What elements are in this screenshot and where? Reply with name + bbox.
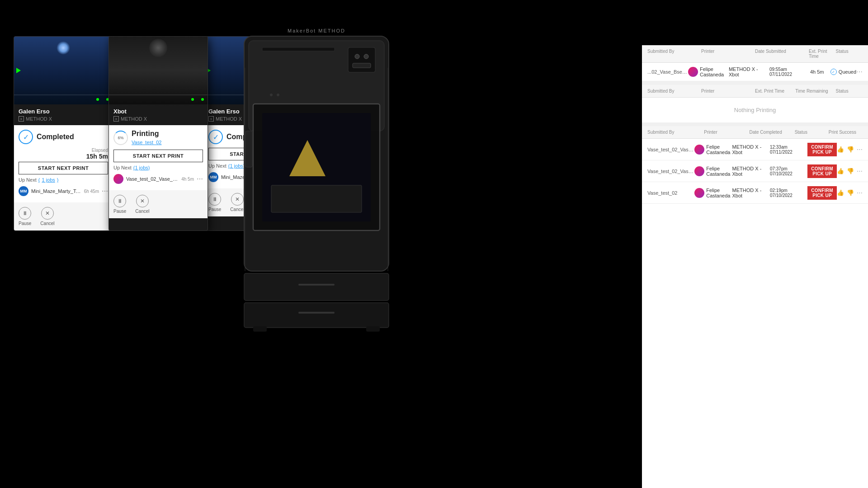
confirm-pickup-btn-2[interactable]: CONFIRM PICK UP	[807, 164, 837, 178]
cancel-label-1: Cancel	[40, 221, 54, 226]
th-print-success: Print Success	[829, 130, 863, 135]
svg-rect-13	[244, 303, 389, 328]
start-next-btn-2[interactable]: START NEXT PRINT	[113, 150, 203, 162]
dots-icon-2[interactable]: ⋯	[857, 168, 863, 174]
th-status-completed: Status	[795, 130, 829, 135]
queue-row-menu[interactable]: ⋯	[856, 68, 863, 76]
up-next-label-2: Up Next	[113, 165, 132, 170]
svg-rect-19	[262, 47, 335, 51]
thumbs-up-icon-3[interactable]: 👍	[837, 189, 844, 196]
completed-date-2: 07:37pm 07/10/2022	[770, 166, 807, 176]
up-next-label-3: Up Next	[208, 163, 226, 169]
elapsed-label-1: Elapsed	[86, 148, 108, 153]
th-status-printing: Status	[836, 89, 863, 94]
queue-dots-2-1[interactable]: ⋯	[197, 175, 203, 183]
right-panel-top-black	[642, 0, 868, 45]
completed-status-1[interactable]: CONFIRM PICK UP	[807, 142, 837, 156]
status-dot-4	[201, 98, 204, 101]
svg-point-10	[364, 54, 368, 59]
completed-actions-1: 👍 👎 ⋯	[837, 146, 863, 153]
thumbs-down-icon-1[interactable]: 👎	[847, 146, 854, 153]
completed-printer-1: METHOD X - Xbot	[732, 144, 770, 155]
queue-submitted-name: Felipe Castaneda	[700, 66, 729, 77]
th-time-remaining: Time Remaining	[795, 89, 835, 94]
pause-btn-3[interactable]: ⏸ Pause	[208, 193, 221, 212]
completed-by-name-3: Felipe Castaneda	[706, 188, 732, 198]
right-panel: Submitted By Printer Date Submitted Ext.…	[642, 0, 868, 488]
completed-row-1: Vase_test_02_Vase_Bse_Vase_Top Felipe Ca…	[642, 139, 868, 160]
card-header-1: Galen Erso X METHOD X	[14, 104, 113, 125]
queue-submitted-by-col: Felipe Castaneda	[688, 66, 729, 77]
bottom-black-bar	[0, 434, 371, 488]
th-printer-printing: Printer	[701, 89, 755, 94]
queued-badge: ✓ Queued	[830, 69, 856, 75]
completed-status-2[interactable]: CONFIRM PICK UP	[807, 164, 837, 178]
dots-icon-1[interactable]: ⋯	[857, 146, 863, 153]
cancel-icon-2: ✕	[136, 195, 149, 207]
cancel-btn-1[interactable]: ✕ Cancel	[40, 207, 54, 226]
queue-dots-1-1[interactable]: ⋯	[102, 188, 108, 195]
status-row-1: ✓ Completed	[19, 130, 108, 144]
up-next-count-2[interactable]: (1 jobs)	[133, 165, 150, 170]
queue-avatar-img-1	[688, 67, 698, 77]
completed-date-text-2: 07:37pm 07/10/2022	[770, 166, 807, 176]
queue-avatar-3-1: MM	[208, 172, 218, 182]
svg-text:MakerBot METHOD: MakerBot METHOD	[288, 28, 345, 33]
card-controls-1: ⏸ Pause ✕ Cancel	[14, 202, 113, 230]
completed-date-text-3: 02:19pm 07/10/2022	[770, 188, 807, 198]
th-submitted-by-queue: Submitted By	[647, 49, 701, 59]
confirm-pickup-btn-1[interactable]: CONFIRM PICK UP	[807, 143, 837, 156]
up-next-link-1[interactable]: (	[38, 177, 40, 183]
thumbs-up-icon-1[interactable]: 👍	[837, 146, 844, 153]
pause-btn-1[interactable]: ⏸ Pause	[19, 207, 31, 226]
completed-printer-3: METHOD X - Xbot	[732, 188, 770, 198]
queue-ext-print-col: 4h 5m	[810, 69, 830, 75]
svg-point-21	[277, 94, 279, 96]
pause-icon-2: ⏸	[113, 195, 126, 207]
up-next-count-1[interactable]: 1 jobs	[42, 177, 55, 183]
completed-job-1: Vase_test_02_Vase_Bse_Vase_Top	[647, 147, 694, 152]
printer-card-1: Galen Erso X METHOD X ✓ Completed Elapse…	[14, 36, 113, 231]
up-next-row-2: Up Next (1 jobs)	[113, 165, 203, 170]
pause-btn-2[interactable]: ⏸ Pause	[113, 195, 126, 214]
queue-row-dots[interactable]: ⋯	[856, 68, 863, 75]
completed-by-2: Felipe Castaneda	[694, 166, 732, 177]
camera-arrow-1	[16, 68, 21, 73]
svg-point-20	[270, 94, 273, 96]
elapsed-section-1: Elapsed 15h 5m	[19, 148, 108, 160]
queue-status-col: ✓ Queued	[830, 69, 856, 75]
up-next-label-1: Up Next	[19, 177, 37, 183]
nothing-printing-msg: Nothing Printing	[642, 98, 868, 122]
method-icon-3: X	[208, 116, 214, 122]
thumbs-down-icon-3[interactable]: 👎	[847, 189, 854, 196]
queue-header-row: Submitted By Printer Date Submitted Ext.…	[642, 45, 868, 63]
pause-icon-1: ⏸	[19, 207, 31, 220]
svg-rect-8	[348, 47, 375, 72]
queue-printer-col: METHOD X - Xbot	[729, 66, 769, 77]
svg-rect-14	[298, 284, 335, 286]
card-user-name-2: Xbot	[113, 108, 203, 115]
completed-row-2: Vase_test_02_Vase_Bse Felipe Castaneda M…	[642, 160, 868, 182]
completed-by-name-1: Felipe Castaneda	[706, 144, 732, 155]
th-submitted-by-completed: Submitted By	[647, 130, 704, 135]
confirm-pickup-btn-3[interactable]: CONFIRM PICK UP	[807, 186, 837, 200]
queue-table-row-1: ...02_Vase_Bse_Vase_Top Felipe Castaneda…	[642, 63, 868, 81]
dots-icon-3[interactable]: ⋯	[857, 189, 863, 196]
queue-item-1-1: MM Mini_Maze_Marty_Test 6h 45m ⋯	[19, 184, 108, 198]
printing-header-row: Submitted By Printer Ext. Print Time Tim…	[642, 85, 868, 98]
thumbs-down-icon-2[interactable]: 👎	[847, 168, 854, 174]
print-job-link-2[interactable]: Vase_test_02	[132, 140, 161, 145]
status-dot-1	[96, 98, 99, 101]
thumbs-up-icon-2[interactable]: 👍	[837, 168, 844, 174]
th-ext-print-queue: Ext. Print Time	[809, 49, 836, 59]
cancel-btn-2[interactable]: ✕ Cancel	[135, 195, 149, 214]
printer-model-1: METHOD X	[26, 116, 52, 122]
start-next-btn-1[interactable]: START NEXT PRINT	[19, 162, 108, 174]
th-date-completed: Date Completed	[749, 130, 794, 135]
completed-status-3[interactable]: CONFIRM PICK UP	[807, 186, 837, 200]
queue-avatar-1-1: MM	[19, 186, 28, 196]
completed-actions-3: 👍 👎 ⋯	[837, 189, 863, 196]
pause-label-2: Pause	[113, 209, 126, 214]
card-printer-info-2: X METHOD X	[113, 116, 203, 122]
method-icon-1: X	[19, 116, 24, 122]
